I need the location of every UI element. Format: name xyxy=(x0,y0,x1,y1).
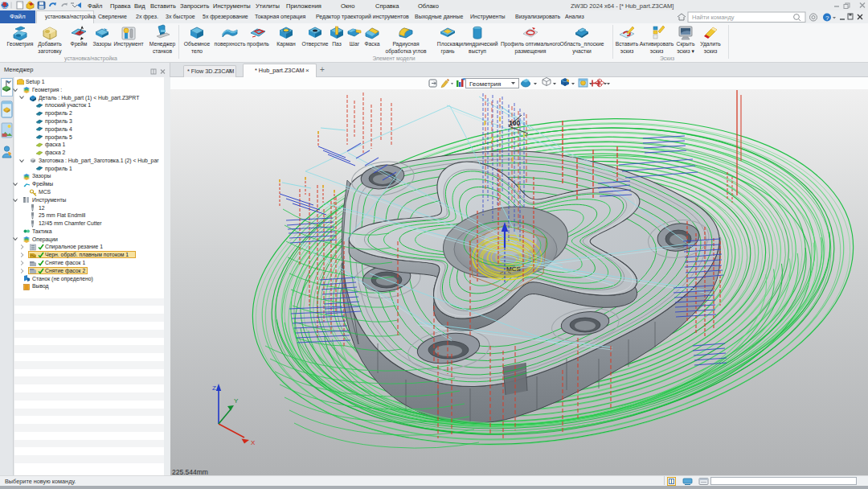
svg-text:?: ? xyxy=(825,14,829,22)
svg-text:Найти команду: Найти команду xyxy=(692,14,735,21)
svg-text:X: X xyxy=(251,439,256,446)
svg-text:Геометрия: Геометрия xyxy=(469,80,501,88)
svg-text:MCS: MCS xyxy=(506,265,521,273)
svg-text:Y: Y xyxy=(234,397,239,405)
svg-text:100: 100 xyxy=(509,119,520,127)
svg-text:Z: Z xyxy=(212,384,216,392)
svg-text:225.544mm: 225.544mm xyxy=(172,468,208,475)
